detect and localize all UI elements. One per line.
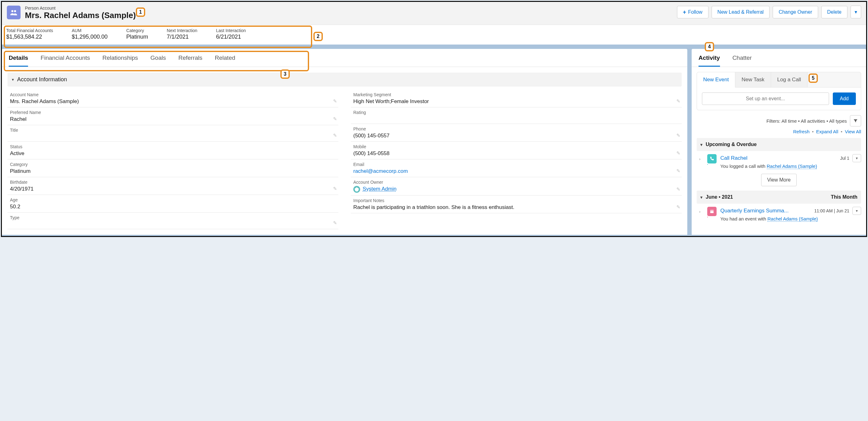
pencil-icon[interactable]: ✎ <box>676 187 680 192</box>
pencil-icon[interactable]: ✎ <box>333 116 337 122</box>
field-label: Phone <box>353 126 679 131</box>
callout-1: 1 <box>136 7 145 17</box>
field-value: Active <box>10 149 336 157</box>
tab-activity[interactable]: Activity <box>699 55 720 67</box>
field-value <box>10 220 336 227</box>
chevron-right-icon[interactable]: › <box>699 207 704 214</box>
activity-tab-log-call[interactable]: Log a Call <box>771 72 808 88</box>
caret-down-icon: ▾ <box>855 9 857 15</box>
activity-item-menu[interactable]: ▾ <box>852 154 861 162</box>
delete-button[interactable]: Delete <box>821 6 847 19</box>
kpi-value: Platinum <box>126 34 148 40</box>
callout-2: 2 <box>313 32 323 41</box>
field-value: Rachel <box>10 115 336 123</box>
pencil-icon[interactable]: ✎ <box>676 133 680 138</box>
view-all-link[interactable]: View All <box>845 129 861 134</box>
field-label: Account Owner <box>353 180 679 185</box>
field-value: Platinum <box>10 167 336 175</box>
kpi-value: 7/1/2021 <box>167 34 197 40</box>
kpi-label: Total Financial Accounts <box>6 28 53 33</box>
group-upcoming-overdue[interactable]: ▾ Upcoming & Overdue <box>696 138 861 151</box>
field-value: Rachel is participating in a triathlon s… <box>353 203 679 211</box>
right-tab-bar: Activity Chatter <box>692 49 866 67</box>
pencil-icon[interactable]: ✎ <box>333 186 337 192</box>
filter-icon[interactable] <box>850 115 861 126</box>
field-label: Mobile <box>353 144 679 149</box>
field-value <box>10 133 336 139</box>
more-actions-button[interactable]: ▾ <box>850 6 861 19</box>
field-label: Marketing Segment <box>353 92 679 97</box>
activity-item-date: Jul 1 <box>840 156 849 161</box>
chevron-down-icon: ▾ <box>701 195 703 200</box>
expand-all-link[interactable]: Expand All <box>816 129 838 134</box>
chevron-right-icon[interactable]: › <box>699 154 704 161</box>
account-owner-link[interactable]: System Admin <box>363 186 397 192</box>
activity-item-title[interactable]: Quarterly Earnings Summa... <box>720 208 811 214</box>
group-june-2021[interactable]: ▾ June • 2021 This Month <box>696 191 861 204</box>
field-value: 50.2 <box>10 202 336 210</box>
field-value: (500) 145-0557 <box>353 131 679 139</box>
field-label: Category <box>10 162 336 167</box>
activity-filters-text: Filters: All time • All activities • All… <box>767 118 847 124</box>
pencil-icon[interactable]: ✎ <box>676 98 680 104</box>
kpi-value: 6/21/2021 <box>216 34 246 40</box>
field-label: Rating <box>353 110 679 115</box>
plus-icon: + <box>683 9 686 15</box>
pencil-icon[interactable]: ✎ <box>676 204 680 210</box>
add-button[interactable]: Add <box>833 93 856 105</box>
tab-details[interactable]: Details <box>9 55 28 67</box>
section-account-information[interactable]: ▾ Account Information <box>7 72 682 87</box>
kpi-bar: Total Financial Accounts$1,563,584.22 AU… <box>2 25 866 44</box>
view-more-button[interactable]: View More <box>761 174 796 186</box>
pencil-icon[interactable]: ✎ <box>676 151 680 156</box>
callout-4: 4 <box>705 42 714 52</box>
new-lead-referral-button[interactable]: New Lead & Referral <box>712 6 770 19</box>
event-icon <box>707 207 717 216</box>
pencil-icon[interactable]: ✎ <box>676 168 680 174</box>
activity-tab-new-task[interactable]: New Task <box>735 72 771 88</box>
tab-financial-accounts[interactable]: Financial Accounts <box>40 55 90 67</box>
field-label: Account Name <box>10 92 336 97</box>
field-value-email[interactable]: rachel@acmecorp.com <box>353 167 679 175</box>
left-tab-bar: Details Financial Accounts Relationships… <box>2 49 687 67</box>
pencil-icon[interactable]: ✎ <box>333 133 337 138</box>
activity-contact-link[interactable]: Rachel Adams (Sample) <box>767 163 817 169</box>
kpi-value: $1,563,584.22 <box>6 34 53 40</box>
tab-related[interactable]: Related <box>215 55 236 67</box>
field-label: Preferred Name <box>10 110 336 115</box>
section-title: Account Information <box>17 76 67 83</box>
field-label: Important Notes <box>353 198 679 203</box>
field-label: Email <box>353 162 679 167</box>
activity-item-menu[interactable]: ▾ <box>852 207 861 215</box>
field-label: Status <box>10 144 336 149</box>
refresh-link[interactable]: Refresh <box>793 129 810 134</box>
activity-contact-link[interactable]: Rachel Adams (Sample) <box>767 216 818 222</box>
activity-item-date: 11:00 AM | Jun 21 <box>814 208 849 213</box>
field-label: Birthdate <box>10 180 336 185</box>
person-account-icon <box>7 6 21 19</box>
field-value: (500) 145-0558 <box>353 149 679 157</box>
pencil-icon[interactable]: ✎ <box>333 98 337 104</box>
change-owner-button[interactable]: Change Owner <box>773 6 818 19</box>
field-value <box>353 115 679 122</box>
activity-item-title[interactable]: Call Rachel <box>720 155 837 161</box>
tab-referrals[interactable]: Referrals <box>178 55 202 67</box>
field-label: Type <box>10 215 336 220</box>
tab-goals[interactable]: Goals <box>151 55 166 67</box>
tab-chatter[interactable]: Chatter <box>733 55 752 67</box>
follow-button[interactable]: +Follow <box>677 6 709 19</box>
field-label: Age <box>10 197 336 202</box>
kpi-value: $1,295,000.00 <box>72 34 107 40</box>
pencil-icon[interactable]: ✎ <box>333 220 337 226</box>
tab-relationships[interactable]: Relationships <box>102 55 138 67</box>
record-type-label: Person Account <box>25 6 673 10</box>
avatar-icon <box>353 186 360 193</box>
field-value: High Net Worth;Female Investor <box>353 97 679 105</box>
chevron-down-icon: ▾ <box>701 142 703 147</box>
activity-tab-new-event[interactable]: New Event <box>697 72 735 88</box>
new-event-input[interactable] <box>702 93 829 105</box>
kpi-label: AUM <box>72 28 107 33</box>
callout-5: 5 <box>808 73 818 83</box>
field-value: 4/20/1971 <box>10 185 336 193</box>
field-label: Title <box>10 128 336 133</box>
